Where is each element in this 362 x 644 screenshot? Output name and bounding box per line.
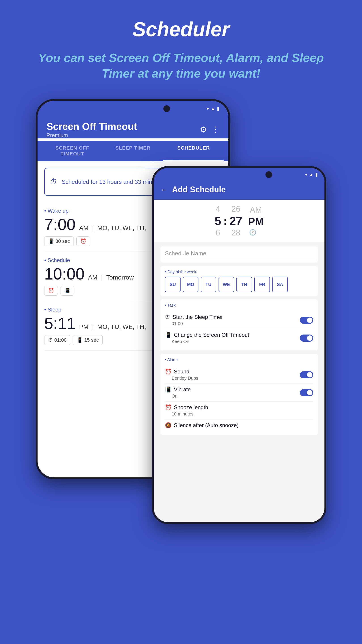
clock-icon: 🕐 (249, 229, 256, 236)
schedule-tag-1: ⏰ (44, 286, 58, 296)
sound-icon: ⏰ (165, 368, 172, 375)
overlay-signal-icon: ▲ (309, 172, 314, 177)
alarm-vibrate: 📳 Vibrate On (165, 384, 313, 402)
vibrate-icon: 📳 (165, 386, 172, 393)
time-colon: : (223, 214, 227, 228)
task-label: • Task (165, 303, 313, 308)
more-icon[interactable]: ⋮ (211, 125, 219, 134)
schedule-time: 10:00 (44, 265, 84, 283)
dow-label: • Day of the week (165, 270, 313, 274)
schedule-ampm: AM (88, 274, 97, 281)
sleep-days: MO, TU, WE, TH, (97, 323, 146, 330)
schedule-name-input[interactable]: Schedule Name (165, 250, 313, 259)
wakeup-tag-2: ⏰ (76, 236, 90, 246)
dow-tu[interactable]: TU (201, 276, 216, 292)
tab-screen-off-timeout[interactable]: SCREEN OFF TIMEOUT (42, 141, 103, 161)
hour-selected: 5 (215, 214, 221, 228)
task-sleep-timer: ⏱ Start the Sleep Timer 01:00 (165, 311, 313, 329)
minute-above: 26 (232, 204, 240, 214)
snooze-icon: ⏰ (165, 404, 172, 410)
dow-th[interactable]: TH (236, 276, 252, 292)
overlay-wifi-icon: ▾ (305, 172, 307, 177)
sleep-ampm: PM (79, 323, 88, 330)
dow-su[interactable]: SU (165, 276, 181, 292)
tab-scheduler[interactable]: SCHEDULER (163, 141, 224, 161)
wakeup-ampm: AM (79, 224, 88, 232)
sleep-timer-icon: ⏱ (165, 314, 170, 320)
app-header: Screen Off Timeout Premium ⚙ ⋮ (37, 116, 228, 138)
overlay-header-title: Add Schedule (172, 185, 226, 194)
back-button[interactable]: ← (160, 186, 168, 194)
sleep-tag-2: 📱 15 sec (73, 335, 103, 345)
hour-above: 4 (216, 204, 220, 214)
dow-mo[interactable]: MO (183, 276, 198, 292)
app-title: Screen Off Timeout (46, 121, 137, 132)
wakeup-time: 7:00 (44, 215, 75, 234)
time-picker[interactable]: 4 5 6 : 26 27 28 AM PM 🕐 (154, 200, 325, 242)
camera-notch (163, 105, 170, 112)
overlay-status-bar: ▾ ▲ ▮ (154, 168, 325, 181)
dow-sa[interactable]: SA (272, 276, 288, 292)
main-status-bar: ▾ ▲ ▮ (37, 101, 228, 116)
schedule-tag-2: 📳 (60, 286, 74, 296)
sleep-timer-toggle[interactable] (300, 317, 313, 324)
wakeup-tag-1: 📱 30 sec (44, 236, 74, 246)
ampm-above: AM (248, 205, 264, 215)
wakeup-days: MO, TU, WE, TH, (97, 224, 146, 232)
battery-icon: ▮ (217, 106, 219, 111)
status-icons: ▾ ▲ ▮ (207, 106, 219, 111)
alarm-sound: ⏰ Sound Bentley Dubs (165, 366, 313, 384)
alarm-section: • Alarm ⏰ Sound Bentley Dubs (160, 354, 318, 435)
tab-sleep-timer[interactable]: SLEEP TIMER (103, 141, 163, 161)
form-content: Schedule Name • Day of the week SU MO TU… (154, 242, 325, 439)
minute-below: 28 (232, 228, 240, 238)
task-section: • Task ⏱ Start the Sleep Timer 01:00 (160, 300, 318, 350)
overlay-phone-inner: ▾ ▲ ▮ ← Add Schedule 4 5 6 : (154, 168, 325, 522)
hour-below: 6 (216, 228, 220, 238)
timer-icon: ⏱ (50, 178, 57, 186)
alarm-silence: 🔕 Silence after (Auto snooze) (165, 420, 313, 431)
settings-icon[interactable]: ⚙ (200, 125, 207, 134)
sound-toggle[interactable] (300, 371, 313, 378)
alarm-snooze: ⏰ Snooze length 10 minutes (165, 402, 313, 420)
silence-icon: 🔕 (165, 422, 172, 428)
task-screen-off: 📱 Change the Screen Off Timeout Keep On (165, 329, 313, 347)
minute-selected: 27 (230, 214, 242, 228)
page-title: Scheduler (132, 18, 230, 41)
tab-bar: SCREEN OFF TIMEOUT SLEEP TIMER SCHEDULER (37, 141, 228, 161)
wifi-icon: ▾ (207, 106, 209, 111)
overlay-battery-icon: ▮ (315, 172, 318, 177)
screen-off-toggle[interactable] (300, 334, 313, 342)
schedule-days: Tomorrow (106, 274, 134, 281)
overlay-camera-notch (266, 171, 272, 178)
app-subtitle: Premium (46, 132, 137, 138)
screen-off-icon: 📱 (165, 332, 172, 338)
dow-fr[interactable]: FR (254, 276, 270, 292)
schedule-name-field[interactable]: Schedule Name (160, 246, 318, 262)
phones-container: ▾ ▲ ▮ Screen Off Timeout Premium ⚙ ⋮ (36, 99, 326, 524)
page-subtitle: You can set Screen Off Timeout, Alarm, a… (24, 50, 338, 81)
ampm-selected: PM (248, 216, 264, 228)
overlay-phone: ▾ ▲ ▮ ← Add Schedule 4 5 6 : (152, 166, 326, 524)
sleep-time: 5:11 (44, 314, 75, 332)
alarm-label: • Alarm (165, 358, 313, 362)
vibrate-toggle[interactable] (300, 389, 313, 396)
dow-row: SU MO TU WE TH FR SA (165, 276, 313, 292)
day-of-week-field: • Day of the week SU MO TU WE TH FR SA (160, 266, 318, 296)
sleep-tag-1: ⏱ 01:00 (44, 335, 70, 345)
overlay-header: ← Add Schedule (154, 181, 325, 200)
dow-we[interactable]: WE (219, 276, 234, 292)
wakeup-sep: | (92, 224, 94, 232)
overlay-status-icons: ▾ ▲ ▮ (305, 172, 318, 177)
signal-icon: ▲ (211, 106, 215, 111)
